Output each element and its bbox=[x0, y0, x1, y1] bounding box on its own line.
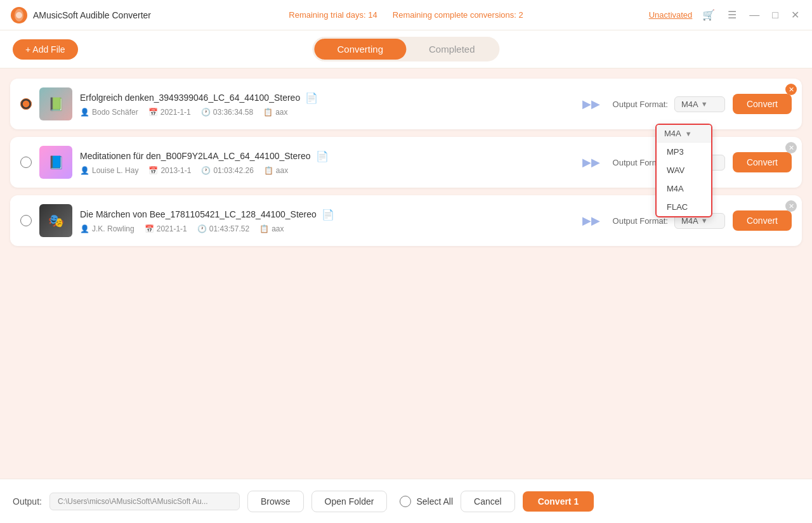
select-all-label[interactable]: Select All bbox=[416, 496, 453, 507]
file-meta-2: 👤 Louise L. Hay 📅 2013-1-1 🕐 01:03:42.26… bbox=[80, 166, 570, 175]
file-info-1: Erfolgreich denken_3949399046_LC_64_4410… bbox=[80, 92, 570, 117]
format-value-1: M4A bbox=[681, 100, 698, 109]
arrow-icon-3: ▶▶ bbox=[582, 214, 600, 228]
dropdown-option-flac[interactable]: FLAC bbox=[657, 198, 711, 216]
author-icon-2: 👤 bbox=[80, 166, 89, 175]
app-title: AMusicSoft Audible Converter bbox=[33, 10, 151, 20]
file-author-3: 👤 J.K. Rowling bbox=[80, 224, 134, 233]
trial-info: Remaining trial days: 14 Remaining compl… bbox=[289, 10, 523, 20]
file-date-1: 📅 2021-1-1 bbox=[148, 108, 191, 117]
file-meta-3: 👤 J.K. Rowling 📅 2021-1-1 🕐 01:43:57.52 … bbox=[80, 224, 570, 233]
thumbnail-image-3: 🎭 bbox=[39, 204, 72, 237]
file-info-2: Meditationen für den_B00F9Y2L4A_LC_64_44… bbox=[80, 150, 570, 175]
file-format-3: 📋 aax bbox=[259, 224, 284, 233]
dropdown-option-m4a[interactable]: M4A bbox=[657, 179, 711, 198]
file-name-row-2: Meditationen für den_B00F9Y2L4A_LC_64_44… bbox=[80, 150, 570, 162]
title-bar: AMusicSoft Audible Converter Remaining t… bbox=[0, 0, 812, 30]
bottom-bar: Output: C:\Users\micso\AMusicSoft\AMusic… bbox=[0, 479, 812, 523]
trial-conversions: Remaining complete conversions: 2 bbox=[393, 10, 523, 20]
format-select-1[interactable]: M4A ▼ bbox=[674, 96, 725, 112]
toolbar: + Add File Converting Completed bbox=[0, 30, 812, 68]
output-format-label-1: Output Format: bbox=[613, 100, 668, 109]
author-icon-1: 👤 bbox=[80, 108, 89, 117]
file-duration-3: 🕐 01:43:57.52 bbox=[197, 224, 249, 233]
file-date-3: 📅 2021-1-1 bbox=[145, 224, 187, 233]
dropdown-arrow-1: ▼ bbox=[701, 100, 708, 108]
convert-button-3[interactable]: Convert bbox=[733, 210, 792, 231]
convert-button-1[interactable]: Convert bbox=[733, 94, 792, 114]
file-author-2: 👤 Louise L. Hay bbox=[80, 166, 138, 175]
file-author-1: 👤 Bodo Schäfer bbox=[80, 108, 138, 117]
output-label: Output: bbox=[13, 496, 42, 507]
calendar-icon-1: 📅 bbox=[148, 108, 158, 117]
file-type-icon-1: 📋 bbox=[263, 108, 273, 117]
file-doc-icon-3: 📄 bbox=[322, 209, 334, 221]
clock-icon-3: 🕐 bbox=[197, 224, 207, 233]
dropdown-header-arrow: ▼ bbox=[685, 130, 692, 138]
dropdown-header: M4A ▼ bbox=[657, 125, 711, 143]
browse-button[interactable]: Browse bbox=[247, 491, 304, 512]
tab-group: Converting Completed bbox=[312, 37, 499, 61]
file-name-row-3: Die Märchen von Bee_1781105421_LC_128_44… bbox=[80, 209, 570, 221]
file-date-2: 📅 2013-1-1 bbox=[148, 166, 191, 175]
close-icon[interactable]: ✕ bbox=[789, 8, 802, 22]
close-card-button-2[interactable]: ✕ bbox=[785, 142, 797, 153]
output-path: C:\Users\micso\AMusicSoft\AMusicSoft Au.… bbox=[49, 493, 240, 510]
author-icon-3: 👤 bbox=[80, 224, 89, 233]
file-select-radio-2[interactable] bbox=[20, 157, 32, 168]
convert-all-button[interactable]: Convert 1 bbox=[523, 491, 594, 512]
file-format-2: 📋 aax bbox=[264, 166, 288, 175]
file-select-radio-3[interactable] bbox=[20, 215, 32, 226]
unactivated-link[interactable]: Unactivated bbox=[649, 10, 693, 20]
open-folder-button[interactable]: Open Folder bbox=[311, 491, 388, 512]
add-file-button[interactable]: + Add File bbox=[13, 39, 78, 60]
file-name-3: Die Märchen von Bee_1781105421_LC_128_44… bbox=[80, 209, 317, 219]
cart-icon[interactable]: 🛒 bbox=[700, 8, 717, 22]
dropdown-arrow-3: ▼ bbox=[701, 217, 708, 224]
file-duration-1: 🕐 03:36:34.58 bbox=[201, 108, 253, 117]
minimize-icon[interactable]: — bbox=[747, 8, 762, 22]
select-all-radio[interactable] bbox=[400, 496, 411, 507]
clock-icon-2: 🕐 bbox=[201, 166, 211, 175]
dropdown-option-mp3[interactable]: MP3 bbox=[657, 143, 711, 161]
app-logo bbox=[10, 6, 28, 24]
file-info-3: Die Märchen von Bee_1781105421_LC_128_44… bbox=[80, 209, 570, 233]
dropdown-option-wav[interactable]: WAV bbox=[657, 161, 711, 179]
calendar-icon-3: 📅 bbox=[145, 224, 154, 233]
file-thumbnail-3: 🎭 bbox=[39, 204, 72, 237]
file-type-icon-2: 📋 bbox=[264, 166, 273, 175]
output-format-area-1: Output Format: M4A ▼ bbox=[613, 96, 725, 112]
file-name-1: Erfolgreich denken_3949399046_LC_64_4410… bbox=[80, 93, 300, 103]
select-all-area: Select All bbox=[400, 496, 453, 507]
file-doc-icon-2: 📄 bbox=[316, 150, 329, 162]
file-type-icon-3: 📋 bbox=[259, 224, 269, 233]
close-card-button-3[interactable]: ✕ bbox=[785, 200, 797, 212]
title-bar-actions: Unactivated 🛒 ☰ — □ ✕ bbox=[649, 8, 802, 22]
dropdown-selected-label: M4A bbox=[664, 129, 681, 138]
thumbnail-image-1: 📗 bbox=[39, 87, 72, 120]
thumbnail-image-2: 📘 bbox=[39, 146, 72, 179]
format-dropdown-popup: M4A ▼ MP3 WAV M4A FLAC bbox=[655, 124, 712, 217]
maximize-icon[interactable]: □ bbox=[769, 8, 781, 22]
file-meta-1: 👤 Bodo Schäfer 📅 2021-1-1 🕐 03:36:34.58 … bbox=[80, 108, 570, 117]
file-duration-2: 🕐 01:03:42.26 bbox=[201, 166, 253, 175]
trial-days: Remaining trial days: 14 bbox=[289, 10, 377, 20]
file-name-row-1: Erfolgreich denken_3949399046_LC_64_4410… bbox=[80, 92, 570, 104]
file-thumbnail-1: 📗 bbox=[39, 87, 72, 120]
file-select-radio-1[interactable] bbox=[20, 98, 32, 110]
tab-converting[interactable]: Converting bbox=[314, 39, 406, 60]
tab-completed[interactable]: Completed bbox=[406, 39, 498, 60]
file-name-2: Meditationen für den_B00F9Y2L4A_LC_64_44… bbox=[80, 151, 311, 161]
convert-button-2[interactable]: Convert bbox=[733, 152, 792, 172]
file-format-1: 📋 aax bbox=[263, 108, 287, 117]
cancel-button[interactable]: Cancel bbox=[461, 491, 515, 512]
menu-icon[interactable]: ☰ bbox=[725, 8, 739, 22]
svg-point-2 bbox=[16, 12, 22, 18]
arrow-icon-1: ▶▶ bbox=[582, 97, 600, 111]
file-card-1: 📗 Erfolgreich denken_3949399046_LC_64_44… bbox=[10, 79, 802, 129]
file-doc-icon-1: 📄 bbox=[305, 92, 318, 104]
file-thumbnail-2: 📘 bbox=[39, 146, 72, 179]
close-card-button-1[interactable]: ✕ bbox=[785, 84, 797, 95]
arrow-icon-2: ▶▶ bbox=[582, 155, 600, 169]
clock-icon-1: 🕐 bbox=[201, 108, 211, 117]
